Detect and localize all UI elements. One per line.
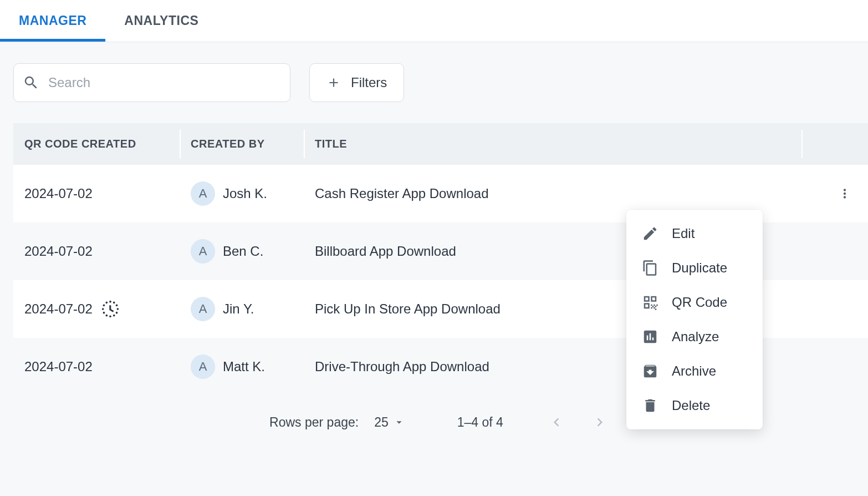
menu-item-qrcode[interactable]: QR Code: [626, 285, 763, 320]
svg-point-0: [109, 301, 111, 303]
edit-icon: [642, 225, 658, 242]
search-input[interactable]: [39, 75, 281, 90]
prev-page-button[interactable]: [544, 410, 569, 434]
svg-point-4: [115, 312, 118, 314]
duplicate-icon: [642, 260, 658, 276]
next-page-button[interactable]: [588, 410, 612, 434]
filters-button[interactable]: Filters: [309, 63, 404, 102]
created-by-name: Jin Y.: [223, 301, 254, 317]
cell-created: 2024-07-02: [24, 298, 169, 320]
created-by-name: Matt K.: [223, 359, 265, 374]
col-header-title[interactable]: TITLE: [304, 123, 801, 165]
toolbar: Filters: [0, 42, 868, 123]
created-by-name: Josh K.: [223, 186, 267, 201]
delete-icon: [642, 397, 658, 414]
menu-item-duplicate[interactable]: Duplicate: [626, 251, 763, 285]
chevron-left-icon: [548, 414, 565, 431]
menu-item-delete[interactable]: Delete: [626, 388, 763, 423]
created-date: 2024-07-02: [24, 244, 93, 259]
cell-created: 2024-07-02: [24, 186, 169, 201]
tab-manager[interactable]: MANAGER: [0, 0, 105, 42]
menu-item-analyze[interactable]: Analyze: [626, 320, 763, 354]
cell-created: 2024-07-02: [24, 244, 169, 259]
row-context-menu: Edit Duplicate QR Code Analyze Archive D…: [626, 210, 763, 429]
svg-point-3: [116, 308, 119, 310]
scheduled-icon: [99, 298, 121, 320]
svg-point-11: [105, 302, 108, 304]
menu-label: Archive: [672, 363, 716, 379]
chevron-right-icon: [591, 414, 608, 431]
svg-point-6: [109, 316, 111, 318]
menu-item-edit[interactable]: Edit: [626, 216, 763, 251]
menu-label: Edit: [672, 226, 695, 241]
tabs: MANAGER ANALYTICS: [0, 0, 868, 42]
created-date: 2024-07-02: [24, 301, 93, 317]
search-field[interactable]: [13, 63, 290, 102]
col-header-created[interactable]: QR CODE CREATED: [13, 123, 180, 165]
svg-point-2: [115, 305, 118, 307]
svg-point-7: [105, 315, 108, 317]
created-date: 2024-07-02: [24, 186, 93, 201]
avatar: A: [191, 239, 215, 264]
menu-label: Delete: [672, 398, 710, 413]
filters-label: Filters: [351, 75, 387, 90]
menu-label: Analyze: [672, 329, 719, 345]
cell-by: AMatt K.: [191, 355, 293, 379]
archive-icon: [642, 363, 658, 379]
created-date: 2024-07-02: [24, 359, 93, 374]
cell-created: 2024-07-02: [24, 359, 169, 374]
rows-per-page-value: 25: [374, 415, 389, 430]
avatar: A: [191, 181, 215, 206]
cell-by: ABen C.: [191, 239, 293, 264]
plus-icon: [326, 75, 341, 90]
avatar: A: [191, 355, 215, 379]
analyze-icon: [642, 328, 658, 345]
menu-label: QR Code: [672, 295, 727, 310]
avatar: A: [191, 297, 215, 321]
more-vert-icon: [838, 186, 852, 201]
svg-point-8: [103, 312, 105, 314]
rows-per-page: Rows per page: 25: [269, 415, 405, 430]
svg-point-1: [113, 302, 115, 304]
svg-point-10: [103, 305, 105, 307]
created-by-name: Ben C.: [223, 244, 263, 259]
svg-point-5: [113, 315, 115, 317]
menu-label: Duplicate: [672, 260, 727, 276]
menu-item-archive[interactable]: Archive: [626, 354, 763, 388]
dropdown-icon: [393, 416, 405, 428]
cell-by: AJin Y.: [191, 297, 293, 321]
tab-analytics[interactable]: ANALYTICS: [105, 0, 217, 42]
col-header-by[interactable]: CREATED BY: [180, 123, 304, 165]
svg-point-9: [102, 308, 104, 310]
qrcode-icon: [642, 294, 658, 311]
rows-per-page-select[interactable]: 25: [374, 415, 405, 430]
table-header-row: QR CODE CREATED CREATED BY TITLE: [13, 123, 868, 165]
rows-per-page-label: Rows per page:: [269, 415, 359, 430]
row-actions-button[interactable]: [833, 181, 857, 206]
pagination-range: 1–4 of 4: [457, 415, 503, 430]
cell-by: AJosh K.: [191, 181, 293, 206]
search-icon: [23, 74, 39, 91]
col-header-actions: [801, 123, 868, 165]
